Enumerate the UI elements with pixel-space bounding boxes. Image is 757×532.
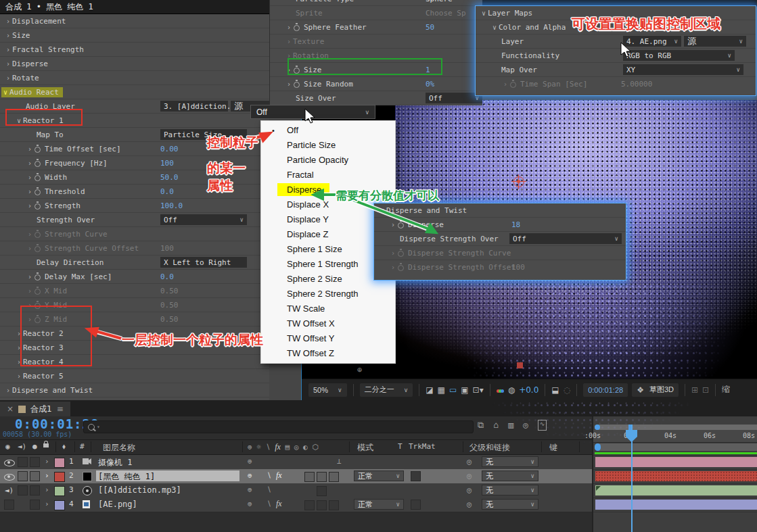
value[interactable]: 0% [426,80,434,89]
timeline-search-input[interactable]: ▾ [83,420,474,433]
layer-row-4[interactable]: › 4 [AE.png] ⊕ ∖ fx 正常∨ ◎ 无∨ [0,498,592,512]
trkmat-box[interactable] [411,471,421,481]
row-disperse-strength-offset[interactable]: ›Disperse Strength Offset100 [374,260,626,274]
twirl-icon[interactable]: › [45,457,49,466]
row-texture[interactable]: ›Texture [270,34,482,49]
row-delay-max[interactable]: ›Delay Max [sec]0.0 [0,270,269,284]
value[interactable]: 18 [511,220,520,229]
strength-over-dropdown[interactable]: Off∨ [160,214,247,225]
row-size-random[interactable]: ›Size Random0% [270,77,482,91]
row-disperse-strength-curve[interactable]: ›Disperse Strength Curve [374,246,626,260]
visibility-eye-icon[interactable] [4,474,15,481]
parent-dropdown[interactable]: 无∨ [482,485,538,495]
stopwatch-icon[interactable] [397,220,405,228]
region-of-interest-icon[interactable]: ▭ [449,385,457,395]
visibility-eye-icon[interactable] [4,460,15,466]
row-audio-react[interactable]: ∨Audio React [0,85,269,99]
row-strength-curve-offset[interactable]: ›Strength Curve Offset100 [0,241,269,256]
trkmat-box[interactable] [411,500,421,510]
fx-icon[interactable]: fx [276,470,282,481]
functionality-dropdown[interactable]: RGB to RGB∨ [623,50,735,61]
quality-icon[interactable]: ∖ [267,471,271,480]
value[interactable]: 1 [426,66,430,74]
menu-item-particle-opacity[interactable]: Particle Opacity [261,153,395,168]
row-size-over[interactable]: Size Over Off∨ [270,91,482,105]
layer-name[interactable]: 摄像机 1 [98,457,132,468]
twirl-icon[interactable]: › [26,202,34,210]
twirl-icon[interactable]: › [45,500,49,508]
layer-bar-image[interactable] [595,500,757,510]
show-snapshot-icon[interactable]: ◌ [564,385,570,395]
row-disperse-and-twist[interactable]: ›Disperse and Twist [0,383,269,397]
av-switch-icon[interactable]: ⊕ [248,500,252,508]
layer-bar-solid[interactable] [595,471,757,481]
menu-item-tw-scale[interactable]: TW Scale [261,301,395,316]
layer-name[interactable]: [AE.png] [98,500,137,509]
layer-handle-red-square[interactable] [517,362,523,368]
layer-name[interactable]: [[A]ddiction.mp3] [98,485,181,495]
twirl-icon[interactable]: › [26,174,34,181]
row-rotation[interactable]: ›Rotation [270,49,482,63]
quality-icon[interactable]: ∖ [267,500,271,508]
layer-bar-camera[interactable] [595,457,757,467]
stopwatch-icon[interactable] [34,145,41,153]
snapshot-camera-icon[interactable]: ⬓ [551,385,559,395]
menu-item-sphere-2-strength[interactable]: Sphere 2 Strength [261,287,395,301]
stopwatch-icon[interactable] [34,201,41,210]
mode-column[interactable]: 模式 [357,442,373,454]
menu-item-particle-size[interactable]: Particle Size [261,138,395,153]
row-fractal-strength[interactable]: ›Fractal Strength [0,43,269,57]
pickwhip-icon[interactable]: ◎ [467,471,472,481]
layer-row-3[interactable]: ◄) › 3 [[A]ddiction.mp3] ⊕ ∖ ◎ 无∨ [0,483,592,498]
av-switch-icon[interactable]: ⊕ [248,471,252,480]
timeline-tab-comp1[interactable]: × 合成1 ≡ [0,402,70,416]
value[interactable]: 50.0 [160,173,179,182]
value[interactable]: 100 [160,159,174,168]
twirl-icon[interactable]: ∨ [490,24,499,31]
stopwatch-icon[interactable] [34,173,41,181]
twirl-icon[interactable]: ∨ [1,89,9,96]
pickwhip-icon[interactable]: ◎ [467,500,472,509]
row-particle-type[interactable]: Particle TypeSphere [270,0,482,6]
twirl-icon[interactable]: ∨ [480,9,488,17]
close-icon[interactable]: × [7,404,14,414]
row-x-mid[interactable]: ›X Mid0.50 [0,284,269,298]
twirl-icon[interactable]: › [4,32,12,39]
row-reactor-1[interactable]: ∨Reactor 1 [0,114,269,128]
stopwatch-icon[interactable] [293,23,300,31]
stopwatch-icon[interactable] [293,66,300,74]
quality-icon[interactable]: ∖ [267,485,271,494]
effect-anchor-target-icon[interactable] [513,176,524,187]
twirl-icon[interactable]: › [4,18,12,25]
row-displacement[interactable]: ›Displacement [0,14,269,28]
twirl-icon[interactable]: › [26,145,34,153]
twirl-icon[interactable]: › [15,372,23,380]
value[interactable]: 0.0 [160,272,174,281]
zoom-level-dropdown[interactable]: 50%∨ [308,383,347,397]
av-switch-icon[interactable]: ⊕ [248,457,252,466]
twirl-icon[interactable]: › [45,485,49,494]
row-sprite[interactable]: SpriteChoose Sp [270,6,482,20]
fast-preview-icon[interactable]: ◪ [426,385,433,395]
layer-row-2[interactable]: › 2 [黑色 纯色 1] ⊕ ∖ fx 正常∨ ◎ 无∨ [0,469,592,484]
view-layout-icon[interactable]: ⊡ [702,385,709,395]
audio-speaker-icon[interactable]: ◄) [5,486,14,495]
row-strength[interactable]: ›Strength100.0 [0,199,269,213]
row-z-mid[interactable]: ›Z Mid0.50 [0,312,269,327]
draft-3d-button[interactable]: ❖草图3D [632,383,679,397]
audio-layer-dropdown[interactable]: 3. [A]ddiction.r∨ [160,101,228,112]
row-strength-over[interactable]: Strength Over Off∨ [0,213,269,227]
twirl-icon[interactable]: ∨ [378,207,386,214]
menu-item-off[interactable]: •Off [261,123,395,138]
size-over-dropdown[interactable]: Off∨ [426,93,482,103]
menu-item-tw-offset-z[interactable]: TW Offset Z [261,346,395,361]
layer-bar-audio[interactable] [595,485,757,495]
layer-name-column[interactable]: 图层名称 [103,442,135,454]
parent-dropdown[interactable]: 无∨ [482,499,538,510]
menu-item-tw-offset-y[interactable]: TW Offset Y [261,331,395,346]
twirl-icon[interactable]: ∨ [15,117,23,124]
twirl-icon[interactable]: › [389,221,397,228]
grid-icon[interactable]: ⊞ [691,385,698,395]
exposure-icon[interactable]: ◍ [508,385,515,395]
twirl-icon[interactable]: › [26,273,34,281]
